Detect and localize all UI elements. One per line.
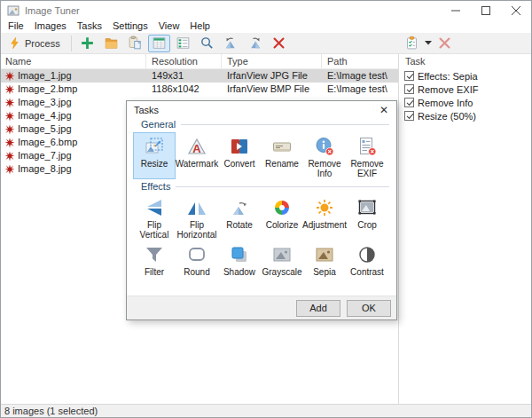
preview-button[interactable] [196, 35, 218, 52]
group-line [181, 124, 389, 125]
add-folder-button[interactable] [100, 35, 122, 52]
task-item-label: Resize [141, 159, 168, 169]
group-line [176, 186, 389, 187]
file-name-cell: Image_5.jpg [1, 122, 146, 136]
task-item-label: Shadow [223, 267, 255, 277]
view-thumbnails-button[interactable] [172, 35, 194, 52]
task-item-label: Convert [223, 159, 254, 169]
file-name: Image_3.jpg [18, 96, 72, 109]
dialog-task-item[interactable]: Colorize [261, 193, 303, 241]
status-bar: 8 images (1 selected) [1, 404, 531, 417]
close-button[interactable] [501, 1, 531, 20]
dialog-task-item[interactable]: Remove EXIF [346, 132, 388, 179]
file-row[interactable]: Image_1.jpg 149x31 IrfanView JPG File E:… [1, 69, 398, 83]
task-checkbox[interactable] [404, 111, 414, 121]
ok-button[interactable]: OK [347, 300, 391, 317]
task-icon [144, 197, 165, 218]
menu-item[interactable]: View [153, 20, 185, 33]
minimize-icon [451, 6, 460, 15]
task-item-label: Remove EXIF [347, 159, 387, 178]
task-icon [356, 136, 378, 157]
remove-task-button[interactable] [434, 35, 456, 52]
process-label: Process [25, 38, 60, 49]
lightning-icon [8, 36, 21, 50]
view-details-button[interactable] [148, 35, 170, 52]
column-header-name[interactable]: Name [1, 54, 146, 68]
dialog-task-item[interactable]: Crop [346, 193, 388, 241]
file-name: Image_2.bmp [18, 83, 77, 96]
dialog-task-item[interactable]: Resize [133, 132, 176, 179]
rotate-left-button[interactable] [220, 35, 242, 52]
task-item[interactable]: Remove Info [400, 96, 531, 109]
image-file-icon [4, 124, 15, 135]
dialog-task-item[interactable]: Contrast [346, 241, 388, 285]
task-checkbox[interactable] [404, 71, 414, 81]
dialog-task-item[interactable]: Adjustment [303, 193, 346, 241]
add-task-button[interactable] [401, 35, 423, 52]
toolbar-right-group [400, 35, 457, 52]
dialog-task-item[interactable]: Shadow [218, 241, 261, 285]
task-icon [144, 136, 165, 157]
menu-item[interactable]: Help [184, 20, 215, 33]
rotate-right-button[interactable] [244, 35, 266, 52]
menu-item[interactable]: Settings [107, 20, 153, 33]
dialog-task-item[interactable]: Flip Vertical [133, 193, 176, 241]
dialog-task-item[interactable]: Grayscale [261, 241, 303, 285]
task-item[interactable]: Remove EXIF [400, 83, 531, 96]
task-checkbox[interactable] [404, 84, 414, 94]
file-type: IrfanView BMP File [222, 83, 322, 96]
remove-image-button[interactable] [268, 35, 290, 52]
file-row[interactable]: Image_2.bmp 1186x1042 IrfanView BMP File… [1, 83, 398, 96]
file-name: Image_7.jpg [18, 149, 72, 162]
delete-x-icon [271, 35, 286, 51]
task-item-label: Remove Info [304, 159, 345, 178]
add-images-button[interactable] [76, 35, 98, 52]
task-checkbox[interactable] [404, 98, 414, 107]
maximize-button[interactable] [471, 1, 501, 20]
task-item-label: Flip Vertical [134, 220, 175, 240]
column-header-resolution[interactable]: Resolution [146, 54, 222, 68]
menu-item[interactable]: Tasks [72, 20, 107, 33]
maximize-icon [481, 6, 490, 15]
file-resolution: 1186x1042 [146, 83, 222, 96]
folder-icon [104, 35, 119, 51]
dialog-task-item[interactable]: Round [176, 241, 218, 285]
dialog-task-item[interactable]: Rotate [218, 193, 261, 241]
dialog-close-button[interactable]: ✕ [377, 105, 391, 115]
column-header-type[interactable]: Type [222, 54, 322, 68]
menu-item[interactable]: Images [29, 20, 72, 33]
task-panel-header: Task [400, 54, 531, 69]
task-item[interactable]: Effects: Sepia [400, 69, 531, 83]
add-button[interactable]: Add [296, 300, 340, 317]
dialog-task-item[interactable]: Convert [218, 132, 261, 179]
dialog-task-item[interactable]: Sepia [303, 241, 346, 285]
file-name-cell: Image_7.jpg [1, 149, 146, 162]
dialog-task-item[interactable]: Rename [261, 132, 303, 179]
file-name-cell: Image_2.bmp [1, 83, 146, 96]
task-icon [186, 136, 207, 157]
toolbar: Process [1, 33, 531, 54]
task-item-label: Colorize [266, 220, 299, 230]
dialog-task-item[interactable]: Filter [133, 241, 176, 285]
task-item[interactable]: Resize (50%) [400, 109, 531, 122]
task-item-label: Filter [145, 267, 164, 277]
add-task-dropdown[interactable] [424, 35, 433, 52]
dialog-task-item[interactable]: Watermark [176, 132, 218, 179]
task-item-label: Remove EXIF [418, 84, 478, 95]
dialog-footer: Add OK [127, 296, 396, 319]
dialog-task-item[interactable]: Remove Info [303, 132, 346, 179]
delete-x-icon [437, 35, 452, 51]
process-button[interactable]: Process [3, 35, 67, 52]
task-icon [314, 244, 335, 265]
column-header-path[interactable]: Path [322, 54, 398, 68]
image-file-icon [4, 111, 15, 122]
file-name-cell: Image_8.jpg [1, 162, 146, 176]
menu-item[interactable]: File [3, 20, 29, 33]
minimize-button[interactable] [441, 1, 471, 20]
task-item-label: Contrast [350, 267, 384, 277]
dialog-task-item[interactable]: Flip Horizontal [176, 193, 218, 241]
paste-button[interactable] [124, 35, 146, 52]
task-item-label: Flip Horizontal [176, 220, 217, 240]
effects-items: Flip Vertical Flip Horizontal Rotate Col… [133, 193, 392, 285]
file-path: E:\Image test\ [322, 83, 398, 96]
